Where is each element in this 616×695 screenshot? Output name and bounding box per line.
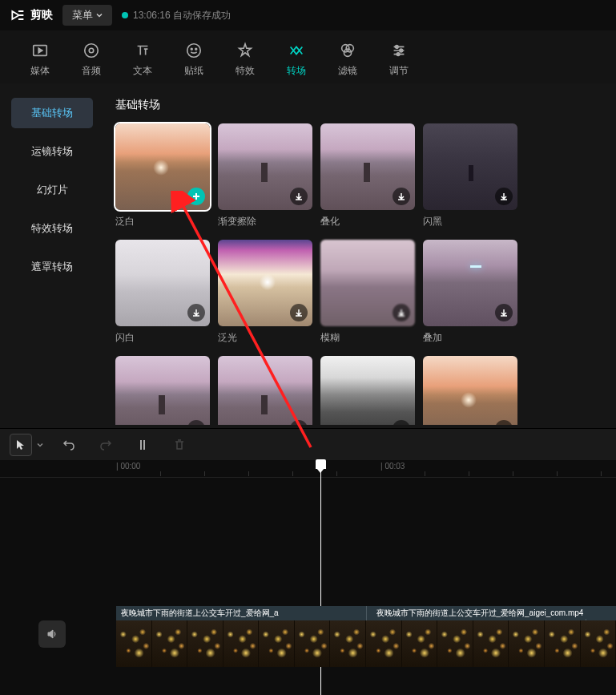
track-area: 夜晚城市下雨的街道上公交车开过_爱给网_a 夜晚城市下雨的街道上公交车开过_爱给…	[0, 478, 616, 667]
cursor-icon	[14, 438, 27, 451]
chevron-down-icon[interactable]	[37, 442, 43, 448]
media-icon	[31, 42, 49, 59]
frame-thumb	[581, 620, 616, 667]
transition-card[interactable]: 泛光	[218, 240, 312, 345]
thumbnail	[320, 356, 415, 428]
transition-card[interactable]: 渐变擦除	[218, 123, 312, 228]
split-icon	[136, 438, 149, 451]
download-icon	[499, 192, 509, 201]
thumbnail	[115, 356, 210, 428]
frame-thumb	[259, 620, 295, 667]
logo-icon	[10, 7, 26, 23]
frame-thumb	[223, 620, 260, 667]
sidebar-item-camera[interactable]: 运镜转场	[11, 136, 93, 167]
sidebar-item-basic[interactable]: 基础转场	[11, 98, 93, 128]
audio-icon	[83, 42, 100, 59]
tick-label: | 00:03	[380, 462, 405, 471]
plus-icon	[191, 192, 201, 201]
filter-icon	[339, 42, 356, 59]
card-label: 叠加	[423, 331, 517, 345]
download-button[interactable]	[495, 420, 513, 428]
clip-label-row: 夜晚城市下雨的街道上公交车开过_爱给网_a 夜晚城市下雨的街道上公交车开过_爱给…	[116, 606, 616, 620]
transition-icon	[288, 42, 305, 59]
thumbnail	[320, 240, 415, 326]
clip-name: 夜晚城市下雨的街道上公交车开过_爱给网_a	[116, 606, 366, 620]
chevron-down-icon	[96, 12, 103, 18]
frame-thumb	[152, 620, 188, 667]
thumbnail	[320, 123, 415, 210]
download-icon	[191, 308, 201, 317]
redo-icon	[99, 438, 112, 451]
video-clip[interactable]	[116, 620, 616, 667]
download-button[interactable]	[495, 188, 513, 205]
tool-media[interactable]: 媒体	[14, 35, 66, 83]
card-label: 叠化	[320, 215, 415, 228]
tool-audio[interactable]: 音频	[66, 35, 117, 83]
transition-card[interactable]: 叠加	[423, 240, 517, 345]
transition-card[interactable]	[320, 356, 415, 428]
undo-icon	[62, 438, 75, 451]
tool-sticker[interactable]: 贴纸	[168, 35, 219, 83]
transition-card[interactable]	[423, 356, 517, 428]
mute-button[interactable]	[38, 620, 66, 648]
transition-card[interactable]: 闪黑	[423, 123, 517, 228]
frame-thumb	[437, 620, 473, 667]
transition-card[interactable]	[218, 356, 312, 428]
frame-thumb	[330, 620, 366, 667]
transition-card[interactable]: 模糊	[320, 240, 415, 345]
undo-button[interactable]	[58, 434, 80, 456]
tool-text[interactable]: 文本	[117, 35, 168, 83]
frame-thumb	[402, 620, 438, 667]
download-button[interactable]	[290, 420, 308, 428]
svg-point-4	[191, 48, 192, 50]
thumbnail	[423, 123, 517, 210]
download-icon	[397, 192, 406, 201]
menu-button[interactable]: 菜单	[62, 5, 112, 26]
card-label: 闪白	[115, 331, 210, 345]
tool-filter[interactable]: 滤镜	[322, 35, 373, 83]
download-button[interactable]	[290, 188, 308, 205]
titlebar: 剪映 菜单 13:06:16 自动保存成功	[0, 0, 616, 30]
download-button[interactable]	[290, 304, 308, 321]
download-button[interactable]	[393, 188, 410, 205]
tick-label: | 00:00	[116, 462, 140, 471]
add-button[interactable]	[187, 188, 205, 205]
split-button[interactable]	[131, 434, 154, 456]
delete-button[interactable]	[168, 434, 191, 456]
ruler[interactable]: | 00:00 | 00:03	[0, 460, 616, 478]
download-button[interactable]	[187, 304, 205, 321]
transition-card[interactable]: 泛白	[115, 123, 210, 228]
frame-thumb	[116, 620, 152, 667]
frame-thumb	[545, 620, 581, 667]
tool-effect[interactable]: 特效	[219, 35, 271, 83]
download-icon	[499, 308, 509, 317]
download-icon	[294, 424, 304, 428]
download-icon	[397, 424, 406, 428]
svg-point-10	[400, 49, 403, 52]
adjust-icon	[390, 42, 408, 59]
sidebar-item-mask[interactable]: 遮罩转场	[11, 252, 93, 282]
tool-transition[interactable]: 转场	[271, 35, 322, 83]
thumbnail	[115, 240, 210, 326]
transition-card[interactable]: 叠化	[320, 123, 415, 228]
svg-point-9	[395, 45, 398, 48]
redo-button[interactable]	[95, 434, 117, 456]
frame-thumb	[187, 620, 223, 667]
card-label: 泛白	[115, 215, 210, 228]
download-button[interactable]	[495, 304, 513, 321]
transition-card[interactable]: 闪白	[115, 240, 210, 345]
svg-point-3	[187, 43, 201, 57]
tool-adjust[interactable]: 调节	[373, 35, 425, 83]
download-button[interactable]	[187, 420, 205, 428]
svg-point-2	[89, 48, 94, 53]
sidebar-item-effect[interactable]: 特效转场	[11, 213, 93, 244]
sidebar-item-slide[interactable]: 幻灯片	[11, 175, 93, 205]
download-button[interactable]	[393, 420, 410, 428]
selection-tool[interactable]	[10, 434, 32, 456]
transition-card[interactable]	[115, 356, 210, 428]
timeline[interactable]: | 00:00 | 00:03 夜晚城市下雨的街道上公交车开过_爱给网_a 夜晚…	[0, 460, 616, 695]
download-icon	[294, 308, 304, 317]
frame-thumb	[295, 620, 331, 667]
thumbnail	[423, 240, 517, 326]
download-button[interactable]	[393, 304, 410, 321]
